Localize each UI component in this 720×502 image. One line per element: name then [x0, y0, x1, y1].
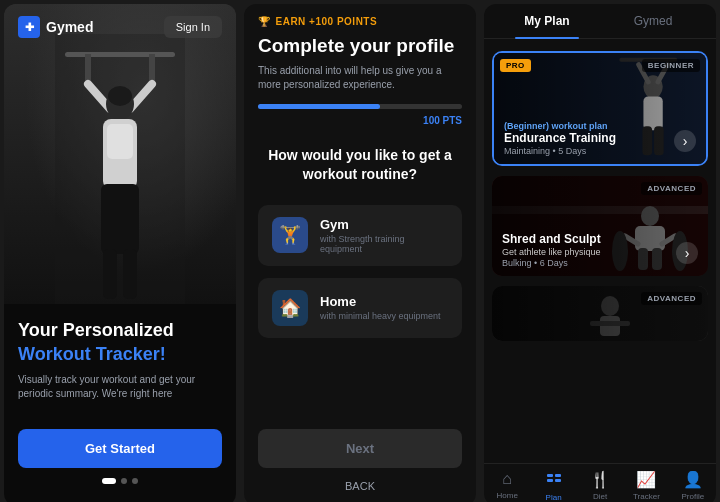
home-nav-icon: ⌂ [502, 470, 512, 488]
home-nav-label: Home [497, 491, 518, 500]
plan-desc-2: Get athlete like physique [502, 247, 698, 257]
next-button[interactable]: Next [258, 429, 462, 468]
beginner-badge: BEGINNER [642, 59, 700, 72]
plan-nav-label: Plan [546, 493, 562, 502]
pts-label: 100 PTS [244, 113, 476, 138]
tabs-bar: My Plan Gymed [484, 4, 716, 39]
workout-question: How would you like to get a workout rout… [244, 138, 476, 199]
diet-nav-icon: 🍴 [590, 470, 610, 489]
svg-rect-1 [65, 52, 175, 57]
progress-bar-fill [258, 104, 380, 109]
get-started-button[interactable]: Get Started [18, 429, 222, 468]
svg-rect-2 [85, 54, 91, 84]
svg-rect-10 [101, 184, 139, 254]
hero-subtitle: Visually track your workout and get your… [18, 373, 222, 401]
plan-meta-2: Bulking • 6 Days [502, 258, 698, 268]
svg-rect-12 [123, 249, 137, 299]
plan-nav-icon [546, 470, 562, 490]
advanced-badge-3: ADVANCED [641, 292, 702, 305]
profile-nav-label: Profile [681, 492, 704, 501]
trophy-icon: 🏆 [258, 16, 271, 27]
hero-title-line1: Your Personalized [18, 320, 222, 342]
home-option-text: Home with minimal heavy equipment [320, 294, 441, 321]
profile-subtitle: This additional into will help us give y… [244, 64, 476, 104]
pagination-dots [18, 478, 222, 484]
home-label: Home [320, 294, 441, 309]
panel2-footer: Next BACK [244, 417, 476, 502]
svg-rect-37 [547, 479, 553, 482]
plan-subtitle-1: (Beginner) workout plan [504, 121, 696, 131]
plan-card-featured[interactable]: PRO BEGINNER (Beginner) workout plan End… [492, 51, 708, 166]
pro-badge: PRO [500, 59, 531, 72]
plan-meta-1: Maintaining • 5 Days [504, 146, 696, 156]
my-plan-panel: My Plan Gymed [484, 4, 716, 502]
nav-home[interactable]: ⌂ Home [484, 470, 530, 502]
home-desc: with minimal heavy equipment [320, 311, 441, 321]
tab-gymed[interactable]: Gymed [600, 4, 706, 38]
plan-card-shred[interactable]: ADVANCED Shred and Sculpt Get athlete li… [492, 176, 708, 276]
gym-icon: 🏋️ [272, 217, 308, 253]
home-icon: 🏠 [272, 290, 308, 326]
plan-arrow-2[interactable]: › [676, 242, 698, 264]
tracker-nav-icon: 📈 [636, 470, 656, 489]
plan-card-advanced[interactable]: ADVANCED [492, 286, 708, 341]
nav-tracker[interactable]: 📈 Tracker [623, 470, 669, 502]
logo-icon: ✚ [18, 16, 40, 38]
welcome-panel: ✚ Gymed Sign In [4, 4, 236, 502]
svg-rect-36 [555, 474, 561, 477]
welcome-content: Your Personalized Workout Tracker! Visua… [4, 304, 236, 502]
svg-rect-35 [547, 474, 553, 477]
progress-bar-bg [258, 104, 462, 109]
svg-rect-38 [555, 479, 561, 482]
advanced-badge-2: ADVANCED [641, 182, 702, 195]
home-option[interactable]: 🏠 Home with minimal heavy equipment [258, 278, 462, 338]
back-button[interactable]: BACK [258, 480, 462, 492]
profile-nav-icon: 👤 [683, 470, 703, 489]
dot-2 [121, 478, 127, 484]
progress-bar-container [244, 104, 476, 109]
svg-point-7 [108, 86, 132, 106]
plan-arrow-1[interactable]: › [674, 130, 696, 152]
logo-text: Gymed [46, 19, 93, 35]
dot-1 [102, 478, 116, 484]
athlete-silhouette [55, 34, 185, 304]
earn-label: EARN +100 POINTS [276, 16, 378, 27]
profile-setup-panel: 🏆 EARN +100 POINTS Complete your profile… [244, 4, 476, 502]
header-bar: ✚ Gymed Sign In [4, 4, 236, 50]
svg-rect-3 [149, 54, 155, 84]
tab-my-plan[interactable]: My Plan [494, 4, 600, 38]
gym-option-text: Gym with Strength training equipment [320, 217, 448, 254]
hero-image: ✚ Gymed Sign In [4, 4, 236, 304]
earn-badge: 🏆 EARN +100 POINTS [244, 4, 476, 35]
nav-plan[interactable]: Plan [530, 470, 576, 502]
svg-rect-9 [107, 124, 133, 159]
sign-in-button[interactable]: Sign In [164, 16, 222, 38]
logo: ✚ Gymed [18, 16, 93, 38]
diet-nav-label: Diet [593, 492, 607, 501]
hero-title-line2: Workout Tracker! [18, 344, 222, 365]
gym-option[interactable]: 🏋️ Gym with Strength training equipment [258, 205, 462, 266]
nav-diet[interactable]: 🍴 Diet [577, 470, 623, 502]
plan-name-2: Shred and Sculpt [502, 232, 698, 246]
bottom-nav: ⌂ Home Plan 🍴 Diet 📈 Tracker 👤 Profile [484, 463, 716, 502]
plan-name-1: Endurance Training [504, 131, 696, 145]
svg-rect-11 [103, 249, 117, 299]
nav-profile[interactable]: 👤 Profile [670, 470, 716, 502]
tracker-nav-label: Tracker [633, 492, 660, 501]
gym-desc: with Strength training equipment [320, 234, 448, 254]
dot-3 [132, 478, 138, 484]
profile-title: Complete your profile [244, 35, 476, 64]
gym-label: Gym [320, 217, 448, 232]
